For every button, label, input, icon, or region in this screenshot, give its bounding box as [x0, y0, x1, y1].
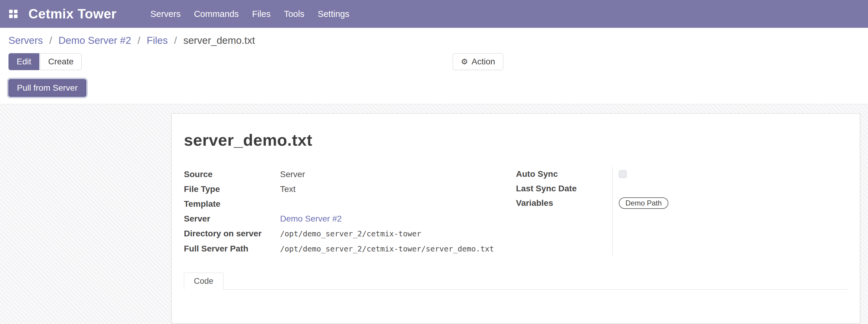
- menu-item-servers[interactable]: Servers: [150, 9, 181, 19]
- create-button[interactable]: Create: [40, 53, 82, 70]
- field-row-source: Source Server: [184, 167, 516, 182]
- control-panel-buttons: Edit Create ⚙ Action: [8, 53, 860, 70]
- field-row-file-type: File Type Text: [184, 182, 516, 196]
- right-field-labels: Auto Sync Last Sync Date Variables: [516, 167, 613, 256]
- action-button[interactable]: ⚙ Action: [453, 53, 503, 70]
- field-row-server: Server Demo Server #2: [184, 211, 516, 226]
- variables-value-row: Demo Path: [619, 196, 848, 210]
- record-title: server_demo.txt: [184, 131, 848, 149]
- code-tab-content: [184, 290, 848, 323]
- variable-tag: Demo Path: [619, 197, 669, 209]
- apps-grid-icon[interactable]: [9, 10, 18, 18]
- field-label-auto-sync: Auto Sync: [516, 167, 613, 181]
- breadcrumb-separator: /: [49, 35, 52, 46]
- app-brand[interactable]: Cetmix Tower: [28, 6, 117, 22]
- main-menu: Servers Commands Files Tools Settings: [150, 9, 349, 19]
- breadcrumb-current: server_demo.txt: [183, 35, 255, 46]
- top-navbar: Cetmix Tower Servers Commands Files Tool…: [0, 0, 868, 28]
- edit-button[interactable]: Edit: [8, 53, 39, 70]
- last-sync-value-row: [619, 181, 848, 196]
- control-panel: Servers / Demo Server #2 / Files / serve…: [0, 28, 868, 104]
- field-label-last-sync: Last Sync Date: [516, 181, 613, 196]
- breadcrumb: Servers / Demo Server #2 / Files / serve…: [8, 34, 860, 47]
- server-record-link[interactable]: Demo Server #2: [280, 214, 342, 223]
- form-sheet: server_demo.txt Source Server File Type …: [172, 114, 860, 324]
- field-label: Source: [184, 167, 280, 182]
- pull-from-server-button[interactable]: Pull from Server: [8, 79, 86, 97]
- field-value: Demo Server #2: [280, 211, 516, 226]
- gear-icon: ⚙: [461, 58, 468, 66]
- field-label: Template: [184, 196, 280, 211]
- field-value: /opt/demo_server_2/cetmix-tower/server_d…: [280, 241, 516, 256]
- action-button-label: Action: [471, 57, 495, 66]
- tab-code[interactable]: Code: [184, 272, 223, 290]
- screen: Cetmix Tower Servers Commands Files Tool…: [0, 0, 868, 324]
- field-value: Text: [280, 182, 516, 196]
- right-field-group: Auto Sync Last Sync Date Variables Demo …: [516, 167, 848, 256]
- menu-item-files[interactable]: Files: [252, 9, 270, 19]
- field-label-variables: Variables: [516, 196, 613, 210]
- content-area: server_demo.txt Source Server File Type …: [0, 104, 868, 324]
- field-row-directory: Directory on server /opt/demo_server_2/c…: [184, 226, 516, 241]
- field-label: File Type: [184, 182, 280, 196]
- auto-sync-value-row: [619, 167, 848, 181]
- breadcrumb-link-servers[interactable]: Servers: [8, 35, 43, 46]
- right-field-values: Demo Path: [613, 167, 848, 256]
- menu-item-tools[interactable]: Tools: [284, 9, 305, 19]
- menu-item-settings[interactable]: Settings: [317, 9, 349, 19]
- left-field-group: Source Server File Type Text Template Se…: [184, 167, 516, 256]
- field-label: Directory on server: [184, 226, 280, 241]
- workflow-buttons-row: Pull from Server: [8, 78, 860, 97]
- breadcrumb-separator: /: [137, 35, 140, 46]
- field-row-full-path: Full Server Path /opt/demo_server_2/cetm…: [184, 241, 516, 256]
- tab-code-label: Code: [194, 277, 214, 286]
- field-value: Server: [280, 167, 516, 182]
- breadcrumb-link-demo-server[interactable]: Demo Server #2: [58, 35, 131, 46]
- notebook-tab-bar: Code: [184, 272, 848, 290]
- auto-sync-checkbox[interactable]: [619, 170, 627, 178]
- field-label: Server: [184, 211, 280, 226]
- field-groups: Source Server File Type Text Template Se…: [184, 167, 848, 256]
- menu-item-commands[interactable]: Commands: [194, 9, 239, 19]
- field-value: /opt/demo_server_2/cetmix-tower: [280, 226, 516, 241]
- field-label: Full Server Path: [184, 241, 280, 256]
- breadcrumb-link-files[interactable]: Files: [147, 35, 168, 46]
- breadcrumb-separator: /: [174, 35, 177, 46]
- field-row-template: Template: [184, 196, 516, 211]
- edit-create-group: Edit Create: [8, 53, 82, 70]
